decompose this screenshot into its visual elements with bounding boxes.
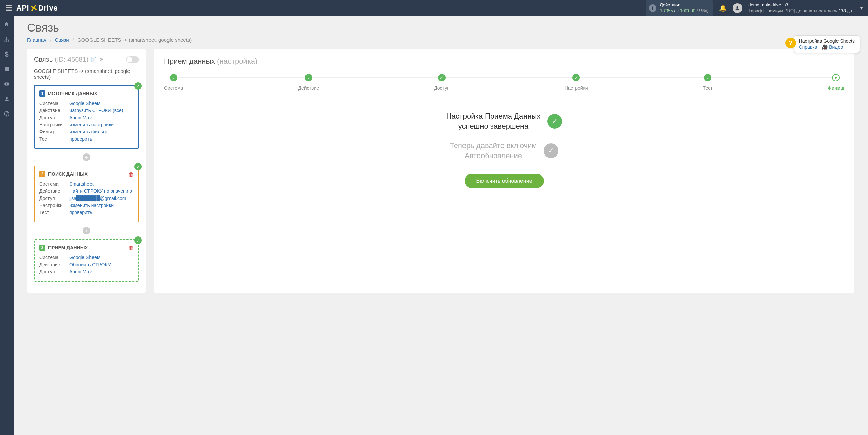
- trash-icon[interactable]: 🗑: [129, 171, 134, 177]
- user-info[interactable]: demo_apix-drive_s3 Тариф |Премиум PRO| д…: [748, 2, 852, 14]
- bell-icon[interactable]: 🔔: [719, 4, 727, 12]
- help-icon[interactable]: [3, 110, 11, 118]
- row-value[interactable]: Andrii Mav: [69, 115, 92, 120]
- bc-home[interactable]: Главная: [27, 37, 46, 43]
- card-title: ПОИСК ДАННЫХ: [48, 171, 88, 177]
- enable-update-button[interactable]: Включить обновление: [465, 174, 544, 188]
- youtube-icon[interactable]: [3, 80, 11, 88]
- actions-counter[interactable]: i Действия: 18'055 из 100'000 (18%): [646, 0, 713, 16]
- dollar-icon[interactable]: $: [3, 50, 11, 58]
- step-finish[interactable]: Финиш: [828, 74, 844, 91]
- step-test[interactable]: ✓Тест: [703, 74, 713, 91]
- page-title: Связь: [27, 21, 854, 34]
- check-icon: ✓: [134, 236, 142, 244]
- topbar: ☰ API ✕ Drive i Действия: 18'055 из 100'…: [0, 0, 868, 16]
- row-label: Тест: [39, 136, 69, 142]
- row-label: Настройки: [39, 122, 69, 127]
- row-label: Доступ: [39, 269, 69, 274]
- home-icon[interactable]: [3, 20, 11, 28]
- card-num: 1: [39, 90, 45, 97]
- card-title: ИСТОЧНИК ДАННЫХ: [48, 91, 97, 96]
- row-value[interactable]: Google Sheets: [69, 255, 101, 260]
- actions-label: Действия:: [660, 2, 708, 8]
- bc-current: GOOGLE SHEETS -> (smartsheet, google she…: [77, 37, 192, 43]
- row-label: Действие: [39, 188, 69, 194]
- row-value[interactable]: изменить настройки: [69, 122, 114, 127]
- row-label: Система: [39, 101, 69, 106]
- row-label: Доступ: [39, 195, 69, 201]
- user-icon[interactable]: [3, 95, 11, 103]
- row-value[interactable]: проверить: [69, 210, 92, 215]
- svg-point-0: [737, 6, 738, 8]
- help-ref-link[interactable]: Справка: [799, 44, 817, 50]
- bc-links[interactable]: Связи: [55, 37, 69, 43]
- card-num: 3: [39, 245, 45, 251]
- row-value[interactable]: Обновить СТРОКУ: [69, 262, 111, 267]
- help-title: Настройка Google Sheets: [799, 38, 855, 44]
- panel-title: Прием данных (настройка): [164, 57, 844, 66]
- search-card: ✓ 2ПОИСК ДАННЫХ🗑 СистемаSmartsheet Дейст…: [34, 166, 139, 222]
- check-icon: ✓: [547, 114, 562, 129]
- svg-point-6: [6, 97, 8, 99]
- menu-icon[interactable]: ☰: [5, 4, 12, 13]
- step-action[interactable]: ✓Действие: [298, 74, 319, 91]
- row-value[interactable]: Загрузить СТРОКИ (все): [69, 108, 123, 113]
- add-step-button[interactable]: +: [83, 227, 90, 234]
- logo-text-2: Drive: [38, 4, 58, 13]
- svg-rect-4: [8, 41, 9, 42]
- link-id: (ID: 45681): [55, 56, 88, 63]
- row-label: Система: [39, 181, 69, 187]
- help-bubble: ? Настройка Google Sheets Справка 🎥 Виде…: [794, 35, 860, 53]
- check-icon: ✓: [134, 82, 142, 90]
- row-label: Действие: [39, 108, 69, 113]
- check-icon: ✓: [134, 163, 142, 170]
- link-title: Связь: [34, 56, 53, 63]
- help-question-icon[interactable]: ?: [785, 38, 796, 48]
- row-value[interactable]: Smartsheet: [69, 181, 94, 187]
- row-value[interactable]: Andrii Mav: [69, 269, 92, 274]
- svg-point-8: [6, 115, 7, 115]
- network-icon[interactable]: [3, 35, 11, 43]
- video-icon: 🎥: [822, 44, 829, 50]
- link-subtitle: GOOGLE SHEETS -> (smartsheet, google she…: [34, 68, 139, 80]
- step-settings[interactable]: ✓Настройки: [565, 74, 588, 91]
- card-num: 2: [39, 171, 45, 177]
- briefcase-icon[interactable]: [3, 65, 11, 73]
- add-step-button[interactable]: +: [83, 153, 90, 161]
- svg-rect-3: [6, 41, 7, 42]
- logo-text-1: API: [16, 4, 29, 13]
- trash-icon[interactable]: 🗑: [129, 245, 134, 251]
- row-label: Фильтр: [39, 129, 69, 134]
- logo-x-icon: ✕: [29, 2, 39, 14]
- tariff-line: Тариф |Премиум PRO| до оплаты осталось 1…: [748, 8, 852, 14]
- row-value[interactable]: изменить настройки: [69, 203, 114, 208]
- card-title: ПРИЕМ ДАННЫХ: [48, 245, 88, 250]
- svg-rect-2: [4, 41, 5, 42]
- username: demo_apix-drive_s3: [748, 2, 852, 8]
- step-system[interactable]: ✓Система: [164, 74, 183, 91]
- sidebar: $: [0, 16, 14, 435]
- actions-value: 18'055 из 100'000 (18%): [660, 8, 708, 14]
- row-label: Тест: [39, 210, 69, 215]
- row-label: Действие: [39, 262, 69, 267]
- copy-icon[interactable]: 📄: [91, 57, 97, 63]
- logo[interactable]: API ✕ Drive: [16, 3, 58, 14]
- row-value[interactable]: проверить: [69, 136, 92, 142]
- enable-toggle[interactable]: [126, 56, 139, 63]
- row-value[interactable]: jjsa███████@gmail.com: [69, 195, 126, 201]
- source-card: ✓ 1ИСТОЧНИК ДАННЫХ СистемаGoogle Sheets …: [34, 85, 139, 149]
- breadcrumb: Главная / Связи / GOOGLE SHEETS -> (smar…: [27, 37, 854, 43]
- dest-card: ✓ 3ПРИЕМ ДАННЫХ🗑 СистемаGoogle Sheets Де…: [34, 239, 139, 282]
- help-video-link[interactable]: 🎥 Видео: [822, 44, 843, 50]
- right-panel: Прием данных (настройка) ✓Система ✓Дейст…: [154, 49, 854, 293]
- chevron-down-icon[interactable]: ▾: [860, 5, 863, 11]
- row-value[interactable]: Найти СТРОКУ по значению: [69, 188, 132, 194]
- step-access[interactable]: ✓Доступ: [434, 74, 450, 91]
- progress-steps: ✓Система ✓Действие ✓Доступ ✓Настройки ✓Т…: [164, 74, 844, 91]
- gear-icon[interactable]: ⚙: [99, 57, 103, 63]
- row-value[interactable]: изменить фильтр: [69, 129, 107, 134]
- avatar[interactable]: [733, 3, 742, 13]
- row-value[interactable]: Google Sheets: [69, 101, 101, 106]
- svg-rect-1: [6, 37, 7, 38]
- check-icon: ✓: [544, 143, 558, 158]
